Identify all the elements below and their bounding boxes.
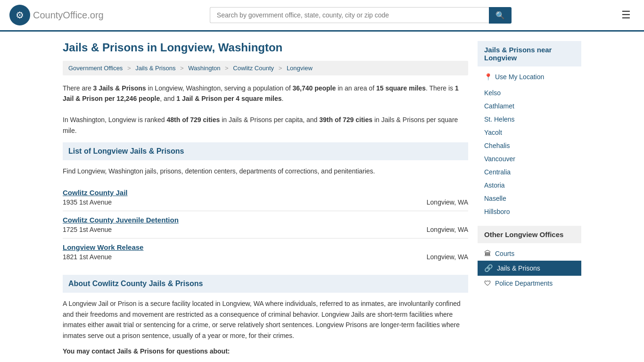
contact-header: You may contact Jails & Prisons for ques…	[63, 347, 468, 355]
nearby-city-2[interactable]: St. Helens	[478, 113, 581, 126]
jail-list: Cowlitz County Jail 1935 1st Avenue Long…	[63, 184, 468, 265]
breadcrumb-cowlitz-county[interactable]: Cowlitz County	[233, 65, 274, 72]
jail-name-1[interactable]: Cowlitz County Juvenile Detention	[63, 216, 179, 224]
info-per-sqmile: 1 Jail & Prison per 4 square miles	[176, 95, 281, 102]
nearby-city-1[interactable]: Cathlamet	[478, 99, 581, 113]
search-icon: 🔍	[495, 11, 505, 19]
menu-button[interactable]: ☰	[618, 7, 635, 23]
nearby-city-0[interactable]: Kelso	[478, 86, 581, 99]
page-title: Jails & Prisons in Longview, Washington	[63, 41, 468, 54]
courts-link[interactable]: Courts	[495, 250, 514, 257]
nearby-city-4[interactable]: Chehalis	[478, 139, 581, 152]
main-content: Jails & Prisons in Longview, Washington …	[63, 41, 468, 355]
menu-icon: ☰	[621, 9, 631, 21]
nearby-city-6[interactable]: Centralia	[478, 165, 581, 179]
police-icon: 🛡	[484, 279, 491, 287]
breadcrumb: Government Offices > Jails & Prisons > W…	[63, 61, 468, 75]
sidebar: Jails & Prisons near Longview 📍 Use My L…	[478, 41, 581, 355]
sidebar-nearby-title: Jails & Prisons near Longview	[478, 41, 581, 66]
jails-icon: 🔗	[484, 264, 493, 272]
breadcrumb-jails-prisons[interactable]: Jails & Prisons	[135, 65, 175, 72]
jail-name-2[interactable]: Longview Work Release	[63, 243, 143, 251]
police-link[interactable]: Police Departments	[495, 280, 553, 287]
about-text: A Longview Jail or Prison is a secure fa…	[63, 298, 468, 341]
jail-city-1: Longview, WA	[427, 226, 468, 233]
info-text: There are 3 Jails & Prisons in Longview,…	[63, 83, 468, 136]
nearby-city-5[interactable]: Vancouver	[478, 152, 581, 165]
info-population: 36,740 people	[292, 84, 336, 92]
about-section-header: About Cowlitz County Jails & Prisons	[63, 275, 468, 293]
info-rank-capita: 48th of 729 cities	[167, 116, 220, 123]
nearby-city-8[interactable]: Naselle	[478, 192, 581, 205]
logo-area: ⚙ CountyOffice.org	[9, 5, 104, 25]
info-location: Longview, Washington	[155, 84, 221, 92]
jail-count: 3 Jails & Prisons	[93, 84, 146, 92]
other-offices-title: Other Longview Offices	[478, 226, 581, 243]
search-area: 🔍	[210, 7, 512, 24]
list-description: Find Longview, Washington jails, prisons…	[63, 166, 468, 176]
logo-icon: ⚙	[9, 5, 30, 25]
courts-icon: 🏛	[484, 249, 491, 257]
search-input[interactable]	[210, 7, 489, 23]
breadcrumb-washington[interactable]: Washington	[188, 65, 220, 72]
nearby-city-7[interactable]: Astoria	[478, 179, 581, 192]
jail-address-1: 1725 1st Avenue	[63, 226, 112, 233]
jail-address-0: 1935 1st Avenue	[63, 198, 112, 206]
jail-address-2: 1821 1st Avenue	[63, 253, 112, 261]
jails-prisons-link[interactable]: Jails & Prisons	[497, 264, 540, 272]
site-header: ⚙ CountyOffice.org 🔍 ☰	[0, 0, 644, 32]
jail-city-0: Longview, WA	[427, 198, 468, 206]
jail-entry: Longview Work Release 1821 1st Avenue Lo…	[63, 239, 468, 265]
jail-city-2: Longview, WA	[427, 253, 468, 261]
info-area: 15 square miles	[376, 84, 426, 92]
office-jails-prisons[interactable]: 🔗 Jails & Prisons	[478, 261, 581, 276]
list-section-header: List of Longview Jails & Prisons	[63, 142, 468, 160]
nearby-city-3[interactable]: Yacolt	[478, 126, 581, 139]
breadcrumb-longview[interactable]: Longview	[287, 65, 313, 72]
office-police[interactable]: 🛡 Police Departments	[478, 276, 581, 290]
breadcrumb-government-offices[interactable]: Government Offices	[68, 65, 123, 72]
jail-entry: Cowlitz County Juvenile Detention 1725 1…	[63, 211, 468, 239]
use-my-location-link[interactable]: Use My Location	[495, 73, 544, 81]
jail-name-0[interactable]: Cowlitz County Jail	[63, 189, 128, 197]
logo-text: CountyOffice.org	[33, 10, 104, 21]
jail-entry: Cowlitz County Jail 1935 1st Avenue Long…	[63, 184, 468, 211]
info-rank-sqmile: 39th of 729 cities	[319, 116, 372, 123]
search-button[interactable]: 🔍	[489, 7, 512, 24]
location-pin-icon: 📍	[484, 73, 492, 81]
nearby-cities: Kelso Cathlamet St. Helens Yacolt Chehal…	[478, 86, 581, 218]
use-location: 📍 Use My Location	[478, 70, 581, 83]
office-courts[interactable]: 🏛 Courts	[478, 246, 581, 261]
nearby-city-9[interactable]: Hillsboro	[478, 205, 581, 218]
